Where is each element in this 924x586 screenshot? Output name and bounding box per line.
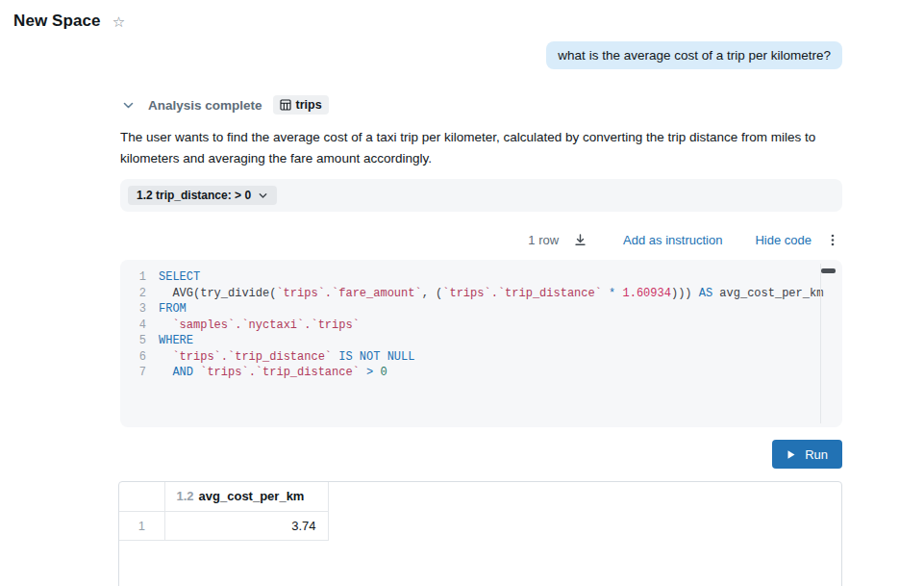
filter-bar: 1.2 trip_distance: > 0 [120,179,842,212]
analysis-status-row: Analysis complete trips [120,95,842,115]
code-text: `trips`.`trip_distance` IS NOT NULL [159,349,414,366]
page: New Space ☆ what is the average cost of … [0,0,924,586]
line-number: 6 [120,349,159,366]
collapse-chevron-icon[interactable] [120,97,137,114]
code-lines: 1SELECT2 AVG(try_divide(`trips`.`fare_am… [120,269,817,381]
filter-chip-text: 1.2 trip_distance: > 0 [137,189,251,202]
line-number: 3 [120,301,159,318]
response-content: Analysis complete trips The user wants t… [120,95,842,586]
row-index-header [119,482,164,511]
filter-chip-label: trip_distance: > 0 [156,189,251,202]
result-table: 1.2avg_cost_per_km 13.74 [119,482,329,541]
analysis-description: The user wants to find the average cost … [120,127,832,168]
row-count-label: 1 row [528,233,559,247]
header: New Space ☆ [0,0,924,31]
line-number: 1 [120,269,159,286]
code-scrollbar-track [820,264,821,423]
code-scrollbar-thumb[interactable] [821,268,836,273]
result-table-body: 13.74 [119,511,328,540]
decimal-type-icon: 1.2 [137,189,153,202]
column-header-label: avg_cost_per_km [199,489,305,503]
table-chip-label: trips [296,98,322,112]
chevron-down-icon [258,191,268,201]
value-cell: 3.74 [164,511,328,540]
play-icon [787,449,796,460]
table-grid-icon [280,99,291,111]
column-header-avg-cost[interactable]: 1.2avg_cost_per_km [164,482,328,511]
download-icon[interactable] [570,230,590,250]
result-card: 1.2avg_cost_per_km 13.74 [118,481,842,586]
line-number: 4 [120,318,159,334]
code-line: 5WHERE [120,333,817,349]
run-button[interactable]: Run [772,440,842,469]
hide-code-button[interactable]: Hide code [755,233,812,247]
code-text: AND `trips`.`trip_distance` > 0 [159,365,387,381]
code-text: `samples`.`nyctaxi`.`trips` [159,318,360,334]
favorite-star-icon[interactable]: ☆ [112,14,125,29]
code-line: 4 `samples`.`nyctaxi`.`trips` [120,318,817,334]
row-index-cell: 1 [119,511,164,540]
result-toolbar: 1 row Add as instruction Hide code [120,230,842,250]
line-number: 2 [120,286,159,302]
filter-chip-trip-distance[interactable]: 1.2 trip_distance: > 0 [128,186,277,205]
table-row[interactable]: 13.74 [119,511,328,540]
code-text: FROM [159,301,187,318]
user-chat-bubble: what is the average cost of a trip per k… [546,41,842,69]
analysis-status-label: Analysis complete [148,98,262,113]
kebab-menu-icon[interactable] [823,230,842,250]
page-title: New Space [13,12,101,31]
code-text: WHERE [159,333,193,349]
code-line: 2 AVG(try_divide(`trips`.`fare_amount`, … [120,286,817,302]
code-text: SELECT [159,269,200,286]
table-chip-trips[interactable]: trips [273,95,329,115]
line-number: 7 [120,365,159,381]
add-as-instruction-button[interactable]: Add as instruction [623,233,722,247]
run-button-label: Run [805,447,828,462]
decimal-type-icon: 1.2 [177,489,194,503]
code-line: 1SELECT [120,269,817,286]
code-line: 3FROM [120,301,817,318]
code-text: AVG(try_divide(`trips`.`fare_amount`, (`… [159,286,823,302]
sql-code-editor[interactable]: 1SELECT2 AVG(try_divide(`trips`.`fare_am… [120,260,842,427]
code-line: 6 `trips`.`trip_distance` IS NOT NULL [120,349,817,366]
chat-row: what is the average cost of a trip per k… [0,41,924,69]
line-number: 5 [120,333,159,349]
result-table-header-row: 1.2avg_cost_per_km [119,482,328,511]
run-row: Run [120,440,842,469]
code-line: 7 AND `trips`.`trip_distance` > 0 [120,365,817,381]
